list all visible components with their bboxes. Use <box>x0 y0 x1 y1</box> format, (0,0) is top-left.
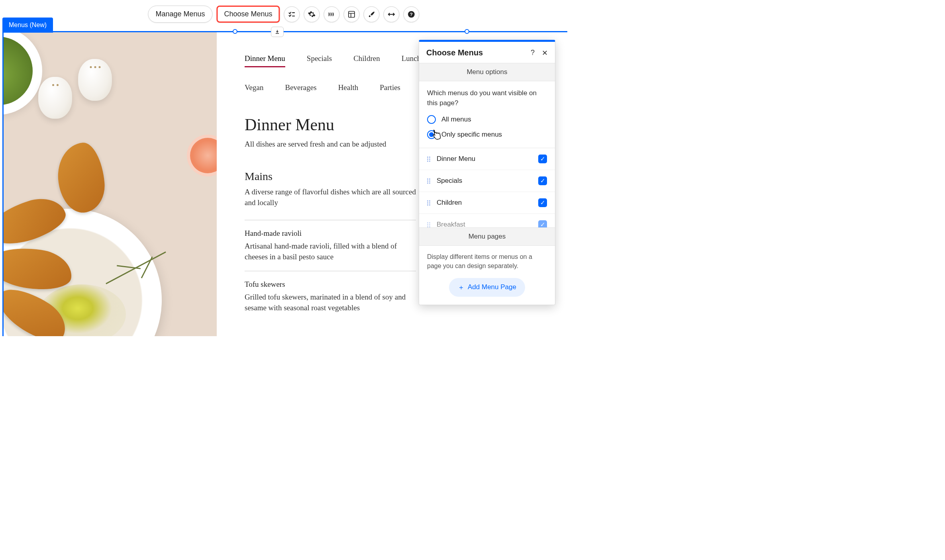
menu-row-label: Breakfast <box>437 221 533 227</box>
menu-row-label: Dinner Menu <box>437 155 533 163</box>
manage-menus-button[interactable]: Manage Menus <box>148 6 212 23</box>
tab-dinner[interactable]: Dinner Menu <box>245 54 285 67</box>
choose-menus-button[interactable]: Choose Menus <box>217 6 280 23</box>
checkbox[interactable]: ✓ <box>538 155 547 163</box>
svg-rect-0 <box>349 11 355 17</box>
checkbox[interactable]: ✓ <box>538 176 547 185</box>
menu-row[interactable]: Children ✓ <box>419 192 555 214</box>
choose-menus-panel: Choose Menus ? ✕ Menu options Which menu… <box>419 40 555 305</box>
drag-handle-icon[interactable] <box>427 222 431 227</box>
svg-text:?: ? <box>410 12 413 17</box>
help-icon[interactable]: ? <box>404 6 420 22</box>
tab-specials[interactable]: Specials <box>307 54 332 67</box>
tab-children[interactable]: Children <box>353 54 380 67</box>
menu-row[interactable]: Dinner Menu ✓ <box>419 148 555 170</box>
section-head-options: Menu options <box>419 63 555 81</box>
add-menu-page-button[interactable]: ＋ Add Menu Page <box>449 278 525 297</box>
checkbox[interactable]: ✓ <box>538 220 547 227</box>
tab-parties[interactable]: Parties <box>380 83 400 95</box>
drag-handle-icon[interactable] <box>427 157 431 162</box>
menu-row-label: Children <box>437 199 533 207</box>
checkbox[interactable]: ✓ <box>538 198 547 207</box>
radio-specific-menus[interactable]: Only specific menus <box>427 130 547 139</box>
tab-vegan[interactable]: Vegan <box>245 83 263 95</box>
visibility-question: Which menus do you want visible on this … <box>427 88 547 108</box>
layout-icon[interactable] <box>344 6 360 22</box>
brush-icon[interactable] <box>364 6 380 22</box>
radio-all-menus[interactable]: All menus <box>427 115 547 124</box>
tab-beverages[interactable]: Beverages <box>285 83 316 95</box>
close-icon[interactable]: ✕ <box>542 49 548 57</box>
item-desc: Grilled tofu skewers, marinated in a ble… <box>245 292 416 313</box>
tab-lunch[interactable]: Lunch <box>402 54 421 67</box>
pages-description: Display different items or menus on a pa… <box>419 246 555 278</box>
checklist-icon[interactable] <box>284 6 300 22</box>
add-button-label: Add Menu Page <box>468 283 516 291</box>
menu-row[interactable]: Specials ✓ <box>419 170 555 192</box>
download-icon[interactable] <box>271 27 284 37</box>
gear-icon[interactable] <box>304 6 320 22</box>
divider <box>245 220 416 220</box>
panel-header: Choose Menus ? ✕ <box>419 42 555 63</box>
menu-photo <box>2 31 217 336</box>
stretch-icon[interactable] <box>384 6 400 22</box>
section-head-pages: Menu pages <box>419 227 555 246</box>
tab-health[interactable]: Health <box>338 83 359 95</box>
layers-icon[interactable] <box>324 6 340 22</box>
divider <box>245 271 416 271</box>
item-desc: Artisanal hand-made ravioli, filled with… <box>245 241 416 262</box>
radio-label: Only specific menus <box>441 131 502 139</box>
floating-toolbar: Manage Menus Choose Menus ? <box>148 6 419 23</box>
menu-checklist: Dinner Menu ✓ Specials ✓ Children ✓ Brea… <box>419 148 555 227</box>
radio-label: All menus <box>441 116 471 123</box>
drag-handle-icon[interactable] <box>427 178 431 184</box>
menu-row[interactable]: Breakfast ✓ <box>419 214 555 227</box>
selection-tag[interactable]: Menus (New) <box>2 18 53 33</box>
menu-tabs: Dinner Menu Specials Children Lunch Vega… <box>245 54 444 95</box>
section-subtitle: A diverse range of flavorful dishes whic… <box>245 187 416 208</box>
drag-handle-icon[interactable] <box>427 200 431 206</box>
plus-icon: ＋ <box>458 283 465 292</box>
panel-title: Choose Menus <box>426 48 483 57</box>
panel-body-options: Which menus do you want visible on this … <box>419 81 555 148</box>
panel-help-icon[interactable]: ? <box>531 49 535 57</box>
menu-row-label: Specials <box>437 177 533 185</box>
